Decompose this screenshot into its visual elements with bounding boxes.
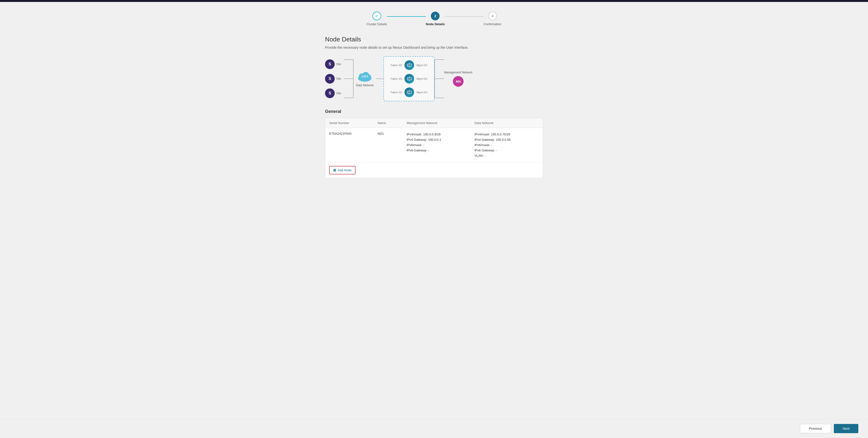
svg-rect-13 [409,79,410,79]
svg-rect-9 [409,67,410,67]
data-ipv6-gateway: IPv6 Gateway: - [474,148,542,153]
svg-rect-14 [409,77,410,77]
next-button[interactable]: Next [834,424,858,433]
add-node-plus-icon: ⊕ [333,168,336,173]
section-general-title: General [325,109,543,114]
cell-management-network: IPv4/mask: 100.0.0.8/28 IPv4 Gateway: 10… [407,132,474,153]
add-node-label: Add Node [338,168,352,172]
step-node-details: 2 Node Details [426,12,445,26]
mgmt-ipv4-gateway: IPv4 Gateway: 100.0.0.1 [407,137,474,143]
nodes-box: Fabric 0/1 Mgmt 0/1 [383,56,434,101]
cell-serial-number: E7DA2421F043 [329,132,378,135]
data-vlan: VLAN: - [474,153,542,158]
header-name: Name [378,121,407,125]
site-label-1: Site [336,63,344,66]
header-data-network: Data Network [474,121,542,125]
step-circle-1: ✓ [372,12,381,20]
step-connector-2 [445,16,484,17]
svg-rect-8 [409,63,410,64]
row-actions [542,132,543,138]
step-connector-1 [387,16,426,17]
network-diagram: S Site S Site S Site [325,56,543,101]
node-icon-3 [404,88,414,97]
mgmt-ipv6-mask: IPv6/mask: - [407,143,474,148]
management-network-label: Management Network [444,71,472,74]
cell-name: ND1 [378,132,407,135]
header-management-network: Management Network [407,121,474,125]
svg-rect-7 [409,65,410,65]
site-circle-3: S [325,88,335,98]
node-icon-2 [404,74,414,84]
mgmt-label-2: Mgmt 0/1 [416,77,431,80]
node-icon-1 [404,60,414,70]
step-circle-3: 3 [488,12,497,20]
fabric-label-1: Fabric 0/1 [387,64,403,67]
node-row-2: Fabric 0/1 Mgmt 0/1 [387,72,431,85]
management-network-container: Management Network MN [444,71,472,87]
header-actions [542,121,543,125]
mn-label: MN [456,80,461,83]
data-ipv4-mask: IPv4/mask: 100.0.0.75/28 [474,132,542,137]
step-label-2: Node Details [426,22,445,26]
header-serial-number: Serial Number [329,121,378,125]
top-bar [0,0,868,2]
sites-column: S Site S Site S Site [325,57,344,100]
nodes-table: Serial Number Name Management Network Da… [325,118,543,178]
data-network-label: Data Network [356,84,374,87]
svg-rect-19 [409,92,410,93]
mgmt-ipv4-mask: IPv4/mask: 100.0.0.8/28 [407,132,474,137]
svg-point-12 [408,79,409,79]
step-confirmation: 3 Confirmation [484,12,502,26]
fabric-label-3: Fabric 0/1 [387,91,403,94]
step-cluster-details: ✓ Cluster Details [367,12,387,26]
svg-rect-15 [409,80,410,81]
cell-data-network: IPv4/mask: 100.0.0.75/28 IPv4 Gateway: 1… [474,132,542,158]
page-title: Node Details [325,36,543,43]
previous-button[interactable]: Previous [800,424,831,433]
stepper: ✓ Cluster Details 2 Node Details 3 Confi… [10,9,858,26]
edit-button[interactable] [542,132,543,138]
bottom-navigation: Previous Next [0,419,868,438]
nodes-to-mn-bracket [434,57,444,100]
node-row-1: Fabric 0/1 Mgmt 0/1 [387,59,431,72]
step-circle-2: 2 [431,12,440,20]
cloud-label: L2/L3 [362,75,368,78]
add-node-row: ⊕ Add Node [325,162,543,178]
svg-rect-20 [409,90,410,91]
site-label-2: Site [336,77,344,81]
cloud-container: L2/L3 Data Network [356,70,374,87]
mgmt-label-1: Mgmt 0/1 [416,64,431,67]
svg-rect-21 [409,94,410,94]
mgmt-label-3: Mgmt 0/1 [416,91,431,94]
cloud-icon: L2/L3 [357,70,372,82]
site-circle-1: S [325,59,335,69]
svg-point-18 [408,92,409,93]
site-circle-2: S [325,74,335,84]
fabric-label-2: Fabric 0/1 [387,77,403,80]
node-row-3: Fabric 0/1 Mgmt 0/1 [387,86,431,99]
svg-point-6 [408,65,409,66]
add-node-button[interactable]: ⊕ Add Node [329,166,355,175]
table-row: E7DA2421F043 ND1 IPv4/mask: 100.0.0.8/28… [325,128,543,162]
mn-circle: MN [453,76,464,87]
sites-bracket [344,57,353,100]
mgmt-ipv6-gateway: IPv6 Gateway: - [407,148,474,153]
cloud-to-nodes-line [376,79,383,79]
data-ipv6-mask: IPv6/mask: - [474,143,542,148]
table-header: Serial Number Name Management Network Da… [325,118,543,128]
site-label-3: Site [336,92,344,95]
step-label-3: Confirmation [484,22,502,26]
page-description: Provide the necessary node details to se… [325,45,543,50]
step-label-1: Cluster Details [367,22,387,26]
data-ipv4-gateway: IPv4 Gateway: 100.0.0.65 [474,137,542,143]
